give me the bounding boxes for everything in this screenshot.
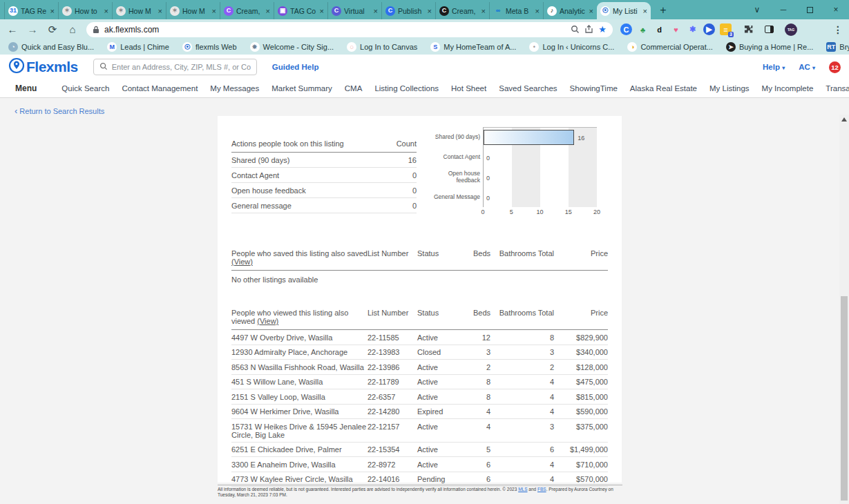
listing-row[interactable]: 12930 Admiralty Place, Anchorage 22-1398… [231,345,608,360]
tab-close-icon[interactable]: × [50,7,55,15]
browser-tab[interactable]: 31 TAG Re × [4,2,58,19]
bookmark-item[interactable]: S My HomeTeam of A... [430,42,516,52]
guided-help-link[interactable]: Guided Help [272,63,319,71]
bookmark-item[interactable]: ◑ Commercial Operat... [627,42,713,52]
tab-close-icon[interactable]: × [104,7,108,15]
extension-icon[interactable]: d [654,23,665,35]
tab-close-icon[interactable]: × [535,7,540,15]
extension-icon[interactable]: ▶ [703,23,715,35]
new-tab-button[interactable]: + [655,2,671,19]
tab-close-icon[interactable]: × [320,7,324,15]
bookmark-item[interactable]: ✵ Welcome - City Sig... [250,42,334,52]
browser-tab[interactable]: ▣ TAG Co × [274,2,327,19]
url-text[interactable]: ak.flexmls.com [104,25,566,35]
listing-row[interactable]: 4497 W Overby Drive, Wasilla 22-11585 Ac… [231,330,608,345]
extension-icon[interactable]: ✱ [687,23,698,35]
tab-close-icon[interactable]: × [428,7,432,15]
extension-icon[interactable]: C [620,23,632,35]
minimize-button[interactable]: ─ [770,0,796,19]
browser-tab[interactable]: ✶ How M × [166,2,220,19]
scrollbar-thumb[interactable] [841,296,848,501]
bookmark-item[interactable]: ◔ Quick and Easy Blu... [8,42,94,52]
tab-close-icon[interactable]: × [374,7,378,15]
tab-close-icon[interactable]: × [266,7,270,15]
listing-row[interactable]: 15731 W Heikes Drive & 15945 Jenalee Cir… [231,419,608,443]
search-input[interactable] [112,63,251,71]
share-icon[interactable] [584,25,593,34]
extension-icon[interactable]: ≡3 [720,23,732,35]
back-icon[interactable]: ← [6,23,19,35]
browser-tab[interactable]: ✶ How M × [112,2,166,19]
forward-icon[interactable]: → [26,23,39,35]
side-panel-icon[interactable] [765,26,774,33]
bookmark-item[interactable]: ◌ Log In to Canvas [347,42,417,52]
mls-link[interactable]: MLS [518,487,527,492]
reload-icon[interactable]: ⟳ [46,23,59,36]
extension-icon[interactable]: ♣ [637,23,649,35]
browser-tab[interactable]: C Virtual × [327,2,381,19]
flexmls-logo[interactable]: Flexmls [8,57,78,77]
puzzle-extensions-icon[interactable] [744,25,754,35]
browser-tab[interactable]: ⦿ My Listi × [597,2,651,19]
menu-item[interactable]: Alaska Real Estate [630,84,697,93]
menu-item[interactable]: Saved Searches [499,84,557,93]
browser-tab[interactable]: ✶ How to × [58,2,112,19]
browser-tab[interactable]: ♪ Analytic × [543,2,597,19]
menu-button[interactable]: Menu [15,84,37,93]
scroll-up-arrow-icon[interactable] [841,117,847,122]
listing-price: $340,000 [554,348,608,356]
zoom-page-icon[interactable] [571,25,580,34]
notification-badge[interactable]: 12 [829,61,841,73]
listing-row[interactable]: 2151 S Valley Loop, Wasilla 22-6357 Acti… [231,389,608,405]
menu-item[interactable]: Contact Management [122,84,198,93]
browser-tab[interactable]: C Publish × [381,2,435,19]
home-icon[interactable]: ⌂ [66,23,79,35]
bookmark-star-icon[interactable]: ★ [598,24,607,35]
address-bar[interactable]: ak.flexmls.com ★ [86,22,613,37]
account-menu[interactable]: AC ▾ [799,63,815,71]
viewed-view-link[interactable]: (View) [257,317,278,325]
menu-item[interactable]: ShowingTime [570,84,618,93]
menu-item[interactable]: CMA [345,84,363,93]
tab-close-icon[interactable]: × [212,7,216,15]
bookmark-item[interactable]: • Log In ‹ Unicorns C... [529,42,614,52]
browser-tab[interactable]: ∞ Meta B × [489,2,543,19]
bookmark-item[interactable]: ⦿ flexmls Web [182,42,237,52]
menu-item[interactable]: TransactionDesk [826,84,849,93]
return-to-search-link[interactable]: ‹Return to Search Results [15,107,104,115]
menu-item[interactable]: My Incomplete [762,84,814,93]
scrollbar[interactable] [839,115,849,504]
bookmark-label: Quick and Easy Blu... [21,43,94,51]
listing-row[interactable]: 9604 W Herkimer Drive, Wasilla 22-14280 … [231,405,608,420]
browser-menu-dots-icon[interactable]: ⋮ [833,24,843,35]
tab-close-icon[interactable]: × [643,7,647,15]
menu-item[interactable]: My Listings [709,84,750,93]
bookmark-favicon: • [529,42,539,52]
maximize-button[interactable] [796,0,823,19]
extension-icon[interactable]: ♥ [670,23,682,35]
browser-tab[interactable]: C Cream, × [435,2,489,19]
menu-item[interactable]: Market Summary [271,84,332,93]
tab-close-icon[interactable]: × [481,7,486,15]
listing-row[interactable]: 3300 E Anaheim Drive, Wasilla 22-8972 Ac… [231,457,608,472]
listing-row[interactable]: 451 S Willow Lane, Wasilla 22-11789 Acti… [231,375,608,390]
close-window-button[interactable]: × [823,0,849,19]
tab-search-chevron-icon[interactable]: ∨ [744,0,770,19]
browser-tab[interactable]: C Cream, × [220,2,274,19]
bookmark-item[interactable]: ➤ Buying a Home | Re... [726,42,813,52]
saved-view-link[interactable]: (View) [231,258,253,266]
bookmark-item[interactable]: RT Bryan Short Real Es... [826,42,849,52]
app-search[interactable] [93,59,257,75]
menu-item[interactable]: Quick Search [61,84,109,93]
help-menu[interactable]: Help ▾ [763,63,785,71]
bookmark-item[interactable]: M Leads | Chime [107,42,169,52]
fbs-link[interactable]: FBS [537,487,546,492]
menu-item[interactable]: My Messages [210,84,259,93]
menu-item[interactable]: Listing Collections [374,84,439,93]
tab-close-icon[interactable]: × [158,7,162,15]
listing-row[interactable]: 6251 E Chickadee Drive, Palmer 22-15354 … [231,443,608,458]
listing-row[interactable]: 8563 N Wasilla Fishhook Road, Wasilla 22… [231,360,608,375]
profile-avatar[interactable]: TAG [785,23,797,36]
menu-item[interactable]: Hot Sheet [451,84,486,93]
tab-close-icon[interactable]: × [589,7,593,15]
